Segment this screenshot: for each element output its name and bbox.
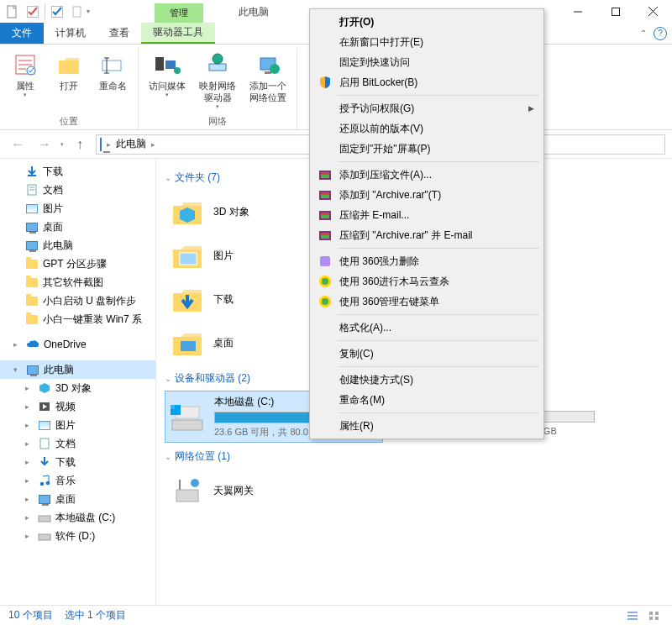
item-label: 下载 [213, 292, 234, 307]
ctx-360-trojan-scan[interactable]: 使用 360进行木马云查杀 [312, 271, 541, 291]
ctx-create-shortcut[interactable]: 创建快捷方式(S) [312, 370, 541, 390]
svg-rect-34 [39, 534, 50, 540]
ctx-rename[interactable]: 重命名(M) [312, 390, 541, 410]
svg-rect-5 [612, 8, 619, 15]
tree-onedrive[interactable]: ▸OneDrive [0, 335, 155, 354]
ctx-grant-access[interactable]: 授予访问权限(G)▶ [312, 98, 541, 118]
access-media-button[interactable]: 访问媒体▾ [144, 48, 191, 115]
qat-customize-icon[interactable]: ▾ [87, 8, 90, 15]
separator [338, 95, 539, 96]
tree-thispc-root[interactable]: ▾此电脑 [0, 360, 155, 379]
minimize-button[interactable] [559, 0, 596, 23]
tree-videos[interactable]: ▸视频 [0, 397, 155, 416]
cloud-icon [26, 338, 39, 351]
ctx-copy[interactable]: 复制(C) [312, 344, 541, 364]
download-icon [38, 455, 51, 469]
svg-point-16 [174, 67, 181, 74]
360-icon [318, 254, 333, 269]
tree-3d[interactable]: ▸3D 对象 [0, 379, 155, 397]
rename-button[interactable]: 重命名 [92, 48, 133, 115]
chevron-down-icon[interactable]: ⌄ [165, 374, 171, 383]
ctx-restore-previous[interactable]: 还原以前的版本(V) [312, 118, 541, 139]
ctx-pin-start[interactable]: 固定到"开始"屏幕(P) [312, 139, 541, 159]
document-icon [25, 183, 39, 197]
network-gateway-item[interactable]: 天翼网关 [165, 469, 664, 512]
map-network-drive-button[interactable]: 映射网络 驱动器▾ [194, 48, 241, 115]
maximize-button[interactable] [596, 0, 634, 23]
properties-button[interactable]: 属性▾ [5, 48, 45, 115]
file-tab[interactable]: 文件 [0, 23, 44, 44]
qat-file-icon[interactable] [3, 3, 22, 21]
ribbon-collapse-icon[interactable]: ⌃ [640, 29, 647, 38]
ctx-properties[interactable]: 属性(R) [312, 416, 541, 436]
ctx-360-manage-menu[interactable]: 使用 360管理右键菜单 [312, 291, 541, 312]
ctx-360-force-delete[interactable]: 使用 360强力删除 [312, 251, 541, 271]
help-icon[interactable]: ? [654, 27, 667, 40]
tree-folder[interactable]: 小白一键重装 Win7 系 [0, 310, 155, 328]
tree-documents[interactable]: 文档 [0, 181, 155, 199]
up-button[interactable]: ↑ [69, 134, 91, 155]
tree-pictures2[interactable]: ▸图片 [0, 416, 155, 434]
tree-documents2[interactable]: ▸文档 [0, 434, 155, 453]
tree-folder[interactable]: 其它软件截图 [0, 273, 155, 291]
pc-icon [26, 363, 39, 376]
details-view-button[interactable] [623, 608, 642, 623]
tab-drive-tools[interactable]: 驱动器工具 [141, 23, 215, 44]
svg-rect-3 [73, 7, 81, 17]
history-dropdown-icon[interactable]: ▾ [60, 141, 64, 148]
svg-rect-40 [171, 405, 175, 409]
open-button[interactable]: 打开 [49, 48, 89, 115]
chevron-down-icon[interactable]: ⌄ [165, 452, 171, 461]
svg-rect-14 [155, 57, 164, 71]
qat-check-red-icon[interactable] [24, 3, 42, 21]
tree-desktop[interactable]: 桌面 [0, 218, 155, 236]
navigation-pane[interactable]: 下载 文档 图片 桌面 此电脑 GPT 分区步骤 其它软件截图 小白启动 U 盘… [0, 159, 156, 604]
ctx-format[interactable]: 格式化(A)... [312, 318, 541, 338]
ctx-compress-rar-email[interactable]: 压缩到 "Archive.rar" 并 E-mail [312, 225, 541, 245]
folder-icon [170, 194, 205, 229]
tree-pictures[interactable]: 图片 [0, 199, 155, 218]
back-button[interactable]: ← [7, 134, 29, 155]
breadcrumb[interactable]: 此电脑 [113, 137, 150, 151]
ctx-compress-email[interactable]: 压缩并 E-mail... [312, 205, 541, 225]
add-network-location-button[interactable]: 添加一个 网络位置 [244, 48, 291, 115]
chevron-right-icon[interactable]: ▸ [107, 140, 111, 149]
tree-thispc[interactable]: 此电脑 [0, 236, 155, 255]
ctx-add-to-rar[interactable]: 添加到 "Archive.rar"(T) [312, 185, 541, 205]
tree-folder[interactable]: GPT 分区步骤 [0, 255, 155, 273]
chevron-right-icon[interactable]: ▸ [151, 140, 155, 149]
tree-local-c[interactable]: ▸本地磁盘 (C:) [0, 508, 155, 527]
desktop-icon [25, 220, 39, 234]
ctx-add-to-archive[interactable]: 添加到压缩文件(A)... [312, 165, 541, 185]
qat-check-blue-icon[interactable] [48, 3, 66, 21]
tree-desktop2[interactable]: ▸桌面 [0, 490, 155, 508]
video-icon [38, 400, 51, 413]
tree-soft-d[interactable]: ▸软件 (D:) [0, 527, 155, 545]
qat-blank-icon[interactable] [68, 3, 87, 21]
ctx-pin-quick-access[interactable]: 固定到快速访问 [312, 52, 541, 72]
svg-point-32 [46, 481, 50, 486]
winrar-icon [318, 187, 333, 202]
group-header-network[interactable]: ⌄网络位置 (1) [165, 449, 664, 464]
ctx-open[interactable]: 打开(O) [312, 12, 541, 32]
drive-icon [169, 400, 206, 433]
tree-downloads2[interactable]: ▸下载 [0, 453, 155, 471]
svg-rect-48 [649, 612, 653, 615]
folder-icon [25, 294, 39, 307]
icons-view-button[interactable] [645, 608, 664, 623]
ctx-open-new-window[interactable]: 在新窗口中打开(E) [312, 32, 541, 52]
desktop-icon [38, 492, 51, 506]
tab-view[interactable]: 查看 [97, 23, 141, 44]
group-location-label: 位置 [60, 115, 78, 129]
chevron-right-icon[interactable]: ▸ [13, 340, 22, 349]
ctx-bitlocker[interactable]: 启用 BitLocker(B) [312, 72, 541, 92]
tab-computer[interactable]: 计算机 [44, 23, 97, 44]
forward-button[interactable]: → [34, 134, 55, 155]
chevron-down-icon[interactable]: ▾ [13, 365, 22, 374]
tree-music[interactable]: ▸音乐 [0, 471, 155, 490]
quick-access-toolbar: ▾ [3, 3, 90, 21]
tree-downloads[interactable]: 下载 [0, 162, 155, 181]
close-button[interactable] [634, 0, 672, 23]
chevron-down-icon[interactable]: ⌄ [165, 173, 171, 182]
tree-folder[interactable]: 小白启动 U 盘制作步 [0, 291, 155, 310]
